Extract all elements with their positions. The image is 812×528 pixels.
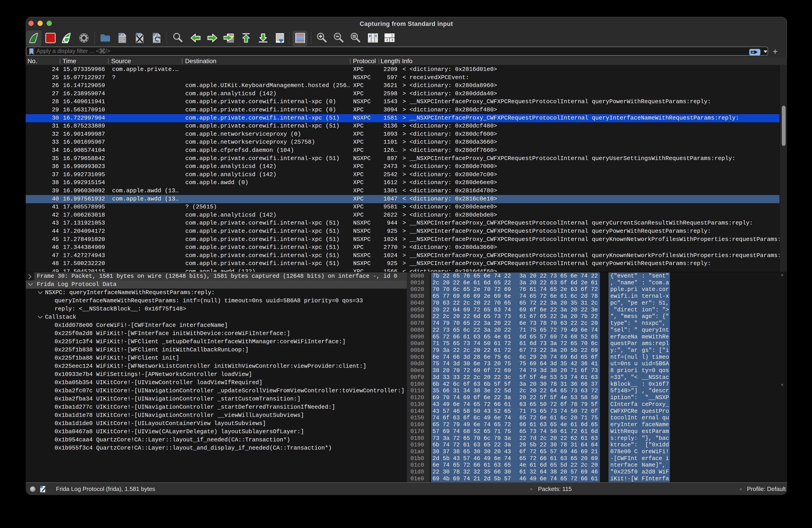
svg-text:3: 3 <box>391 38 393 42</box>
svg-text:1: 1 <box>391 33 393 37</box>
svg-text:2: 2 <box>386 38 388 42</box>
svg-text:01110: 01110 <box>119 41 126 43</box>
